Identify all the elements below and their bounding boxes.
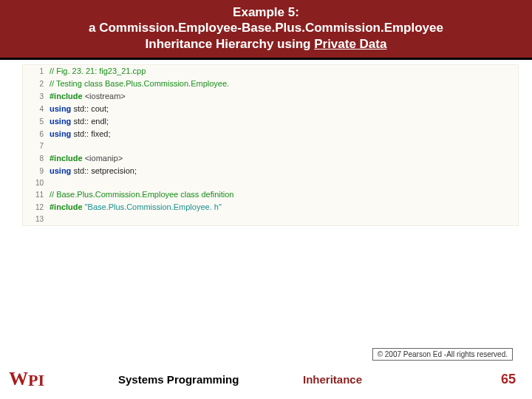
code-token: "Base.Plus.Commission.Employee. h" bbox=[85, 202, 222, 211]
line-number: 12 bbox=[27, 202, 44, 214]
code-line-body: using std:: endl; bbox=[50, 115, 109, 128]
code-line: 6using std:: fixed; bbox=[23, 128, 518, 140]
title-line1: Example 5: bbox=[233, 5, 299, 19]
code-token: using bbox=[50, 117, 73, 126]
code-token: #include bbox=[50, 202, 85, 211]
code-token: std:: cout; bbox=[73, 104, 109, 113]
page-number: 65 bbox=[501, 372, 516, 387]
slide-title: Example 5: a Commission.Employee-Base.Pl… bbox=[0, 0, 532, 60]
line-number: 4 bbox=[27, 103, 44, 115]
code-token: // Base.Plus.Commission.Employee class d… bbox=[50, 190, 233, 199]
line-number: 5 bbox=[27, 116, 44, 128]
code-line: 9using std:: setprecision; bbox=[23, 165, 518, 177]
code-line: 11// Base.Plus.Commission.Employee class… bbox=[23, 188, 518, 201]
code-line-body: // Fig. 23. 21: fig23_21.cpp bbox=[50, 65, 146, 78]
logo-letter-p: P bbox=[28, 371, 37, 390]
code-line-body: #include <iostream> bbox=[50, 90, 126, 103]
line-number: 1 bbox=[27, 66, 44, 78]
code-line-body: using std:: fixed; bbox=[50, 128, 111, 140]
logo-letter-i: I bbox=[38, 371, 44, 390]
code-token: #include bbox=[50, 154, 85, 163]
title-line2: a Commission.Employee-Base.Plus.Commissi… bbox=[89, 21, 443, 35]
line-number: 11 bbox=[27, 189, 44, 201]
footer-topic: Inheritance bbox=[303, 373, 362, 386]
code-token: <iostream> bbox=[85, 92, 126, 100]
code-token: using bbox=[50, 166, 73, 175]
line-number: 9 bbox=[27, 166, 44, 177]
code-line: 1// Fig. 23. 21: fig23_21.cpp bbox=[23, 65, 518, 78]
copyright-notice: © 2007 Pearson Ed -All rights reserved. bbox=[372, 348, 513, 361]
code-token: using bbox=[50, 104, 73, 113]
code-token: using bbox=[50, 129, 73, 138]
title-text: Example 5: a Commission.Employee-Base.Pl… bbox=[0, 4, 532, 52]
footer: W P I Systems Programming Inheritance 65 bbox=[0, 368, 532, 390]
code-token: #include bbox=[50, 92, 85, 100]
code-token: <iomanip> bbox=[85, 154, 123, 163]
code-line: 7 bbox=[23, 140, 518, 152]
code-line: 13 bbox=[23, 214, 518, 225]
code-line-body: using std:: cout; bbox=[50, 103, 109, 115]
line-number: 10 bbox=[27, 177, 44, 189]
code-token: std:: setprecision; bbox=[73, 166, 137, 175]
code-line: 4using std:: cout; bbox=[23, 103, 518, 115]
footer-course: Systems Programming bbox=[118, 373, 239, 386]
logo-letter-w: W bbox=[9, 368, 27, 390]
line-number: 8 bbox=[27, 153, 44, 165]
code-listing: 1// Fig. 23. 21: fig23_21.cpp2// Testing… bbox=[22, 64, 519, 226]
code-line: 2// Testing class Base.Plus.Commission.E… bbox=[23, 78, 518, 90]
code-line-body: #include "Base.Plus.Commission.Employee.… bbox=[50, 201, 222, 214]
code-line-body: #include <iomanip> bbox=[50, 152, 123, 165]
title-line3-underline: Private Data bbox=[314, 37, 386, 51]
code-line-body: // Testing class Base.Plus.Commission.Em… bbox=[50, 78, 229, 90]
line-number: 13 bbox=[27, 214, 44, 225]
wpi-logo: W P I bbox=[9, 368, 44, 390]
code-line: 3#include <iostream> bbox=[23, 90, 518, 103]
line-number: 7 bbox=[27, 140, 44, 152]
code-line: 5using std:: endl; bbox=[23, 115, 518, 128]
code-token: std:: fixed; bbox=[73, 129, 110, 138]
code-line: 10 bbox=[23, 177, 518, 189]
line-number: 3 bbox=[27, 91, 44, 103]
title-line3a: Inheritance Hierarchy using bbox=[146, 37, 315, 51]
code-token: // Testing class Base.Plus.Commission.Em… bbox=[50, 79, 229, 88]
code-token: // Fig. 23. 21: fig23_21.cpp bbox=[50, 66, 146, 75]
code-token: std:: endl; bbox=[73, 117, 109, 126]
line-number: 2 bbox=[27, 78, 44, 90]
code-line-body: using std:: setprecision; bbox=[50, 165, 137, 177]
code-line-body: // Base.Plus.Commission.Employee class d… bbox=[50, 188, 233, 201]
code-line: 12#include "Base.Plus.Commission.Employe… bbox=[23, 201, 518, 214]
code-line: 8#include <iomanip> bbox=[23, 152, 518, 165]
line-number: 6 bbox=[27, 129, 44, 140]
